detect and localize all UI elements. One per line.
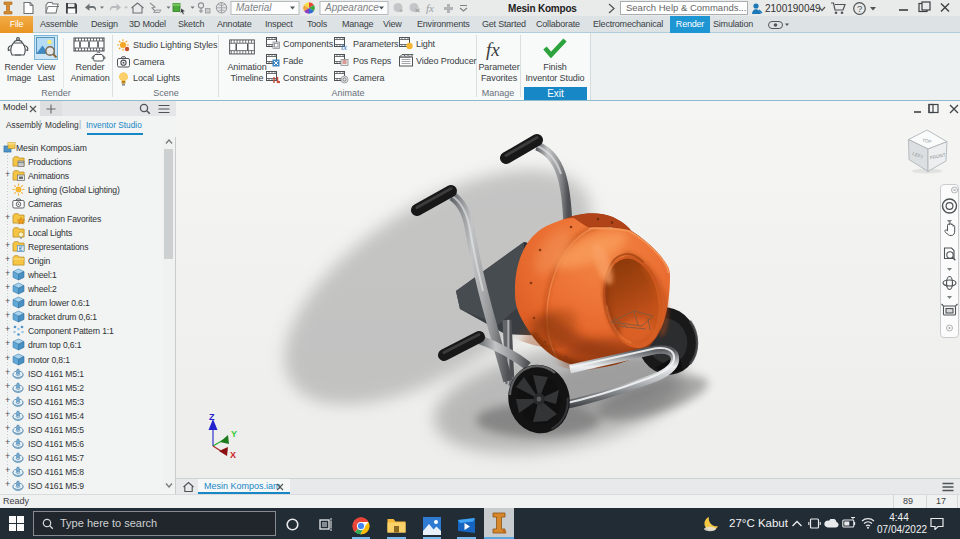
svg-text:fx: fx — [486, 39, 500, 60]
svg-text:Z: Z — [209, 412, 215, 422]
svg-text:X: X — [230, 450, 236, 459]
svg-text:Y: Y — [231, 429, 237, 439]
svg-text:fx: fx — [341, 42, 347, 51]
svg-text:Material: Material — [236, 2, 272, 13]
svg-text:?: ? — [857, 3, 862, 14]
svg-text:Appearance: Appearance — [324, 2, 379, 13]
svg-text:fx: fx — [426, 2, 434, 14]
